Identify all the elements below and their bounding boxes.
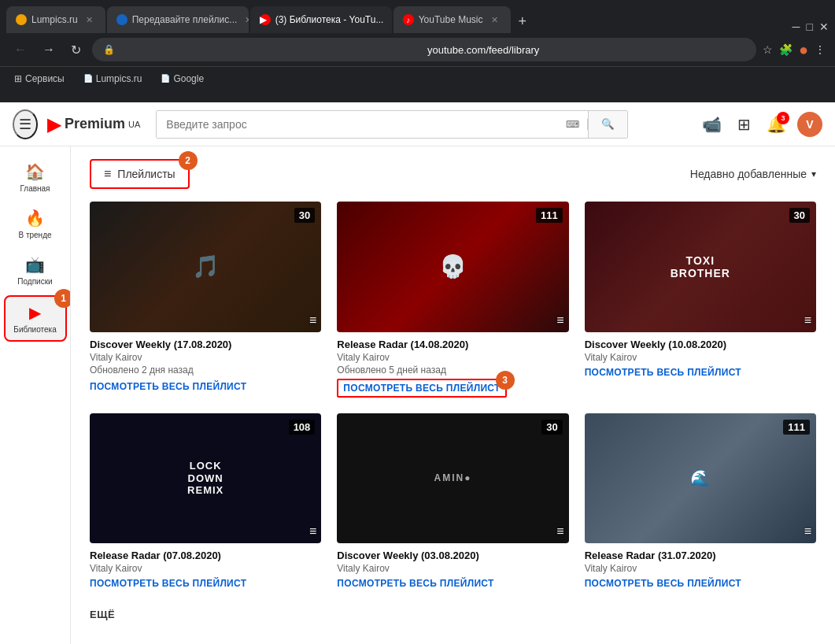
tab-library[interactable]: ▶ (3) Библиотека - YouTu... ✕	[250, 6, 392, 33]
thumb-count-1: 30	[294, 208, 315, 223]
tab-favicon: ♪	[403, 14, 414, 25]
sidebar-label: Подписки	[17, 277, 52, 286]
thumb-count-5: 30	[541, 420, 562, 435]
address-icons: ☆ 🧩 ● ⋮	[763, 41, 826, 59]
playlist-thumbnail-2: 💀 111 ≡	[337, 202, 568, 332]
menu-button[interactable]: ⋮	[815, 43, 826, 56]
playlist-card-4[interactable]: LOCKDOWNREMIX 108 ≡ Release Radar (07.08…	[90, 413, 321, 590]
close-window-button[interactable]: ✕	[819, 20, 829, 33]
sort-label: Недавно добавленные	[690, 168, 807, 180]
search-input[interactable]	[157, 111, 558, 138]
playlist-card-3[interactable]: TOXIBROTHER 30 ≡ Discover Weekly (10.08.…	[585, 202, 816, 398]
playlist-view-link-5[interactable]: ПОСМОТРЕТЬ ВЕСЬ ПЛЕЙЛИСТ	[337, 578, 493, 589]
playlist-card-2[interactable]: 💀 111 ≡ Release Radar (14.08.2020) Vital…	[337, 202, 568, 398]
profile-button[interactable]: ●	[799, 41, 808, 59]
yt-logo-icon: ▶	[47, 113, 61, 135]
playlist-queue-icon-3: ≡	[804, 313, 811, 328]
playlist-author-5: Vitaly Kairov	[337, 563, 568, 574]
thumb-count-3: 30	[789, 208, 810, 223]
playlist-grid: 🎵 30 ≡ Discover Weekly (17.08.2020) Vita…	[90, 202, 816, 590]
playlist-thumbnail-4: LOCKDOWNREMIX 108 ≡	[90, 413, 321, 544]
minimize-button[interactable]: ─	[793, 20, 800, 33]
yt-main: 2 ≡ Плейлисты Недавно добавленные ▾	[71, 146, 835, 644]
playlist-view-link-3[interactable]: ПОСМОТРЕТЬ ВЕСЬ ПЛЕЙЛИСТ	[585, 367, 741, 378]
playlist-thumbnail-6: 🌊 111 ≡	[585, 413, 816, 544]
apps-button[interactable]: ⊞	[733, 110, 756, 139]
playlist-title-3: Discover Weekly (10.08.2020)	[585, 339, 816, 350]
bookmark-google[interactable]: 📄 Google	[156, 72, 209, 86]
playlists-button[interactable]: ≡ Плейлисты	[90, 159, 190, 189]
tab-label: Lumpics.ru	[31, 14, 78, 25]
tab-favicon	[16, 14, 27, 25]
address-bar-row: ← → ↻ 🔒 youtube.com/feed/library ☆ 🧩 ● ⋮	[0, 33, 835, 66]
restore-button[interactable]: □	[807, 20, 813, 33]
tab-favicon	[116, 14, 127, 25]
playlist-queue-icon-1: ≡	[309, 313, 316, 328]
playlist-title-1: Discover Weekly (17.08.2020)	[90, 339, 321, 350]
create-video-button[interactable]: 📹	[697, 110, 726, 139]
extensions-button[interactable]: 🧩	[779, 43, 793, 56]
keyboard-icon[interactable]: ⌨	[558, 119, 588, 130]
tab-close[interactable]: ✕	[242, 13, 248, 27]
forward-button[interactable]: →	[38, 39, 60, 60]
playlist-view-link-6[interactable]: ПОСМОТРЕТЬ ВЕСЬ ПЛЕЙЛИСТ	[585, 578, 741, 589]
playlist-view-link-2[interactable]: ПОСМОТРЕТЬ ВЕСЬ ПЛЕЙЛИСТ	[337, 379, 506, 398]
playlist-view-link-4[interactable]: ПОСМОТРЕТЬ ВЕСЬ ПЛЕЙЛИСТ	[90, 578, 246, 589]
sidebar-item-trending[interactable]: 🔥 В тренде	[4, 202, 67, 246]
list-icon: ≡	[104, 167, 111, 181]
filter-bar: 2 ≡ Плейлисты Недавно добавленные ▾	[90, 159, 816, 189]
tab-close[interactable]: ✕	[388, 13, 391, 27]
bookmarks-bar: ⊞ Сервисы 📄 Lumpics.ru 📄 Google	[0, 66, 835, 90]
tab-ytmusic[interactable]: ♪ YouTube Music ✕	[393, 6, 511, 33]
search-box[interactable]: ⌨ 🔍	[156, 110, 628, 139]
hamburger-menu[interactable]: ☰	[13, 109, 38, 139]
playlist-card-1[interactable]: 🎵 30 ≡ Discover Weekly (17.08.2020) Vita…	[90, 202, 321, 398]
user-avatar[interactable]: V	[797, 112, 822, 137]
bookmark-label: Google	[173, 73, 204, 84]
tab-label: Передавайте плейлис...	[132, 14, 238, 25]
playlist-updated-1: Обновлено 2 дня назад	[90, 365, 321, 376]
sidebar-item-subscriptions[interactable]: 📺 Подписки	[4, 249, 67, 292]
playlist-queue-icon-6: ≡	[804, 524, 811, 539]
refresh-button[interactable]: ↻	[66, 39, 86, 61]
playlist-updated-2: Обновлено 5 дней назад	[337, 365, 568, 376]
sort-button[interactable]: Недавно добавленные ▾	[690, 168, 816, 180]
bookmark-services[interactable]: ⊞ Сервисы	[9, 72, 69, 86]
annotation-3: 3	[496, 371, 515, 390]
playlist-card-6[interactable]: 🌊 111 ≡ Release Radar (31.07.2020) Vital…	[585, 413, 816, 590]
trending-icon: 🔥	[25, 209, 45, 228]
back-button[interactable]: ←	[9, 39, 31, 60]
subscriptions-icon: 📺	[25, 255, 45, 274]
browser-chrome: Lumpics.ru ✕ Передавайте плейлис... ✕ ▶ …	[0, 0, 835, 102]
new-tab-button[interactable]: +	[512, 10, 534, 33]
address-bar[interactable]: 🔒 youtube.com/feed/library	[92, 38, 756, 61]
playlist-view-link-1[interactable]: ПОСМОТРЕТЬ ВЕСЬ ПЛЕЙЛИСТ	[90, 381, 246, 392]
yt-logo[interactable]: ▶ Premium UA	[47, 113, 140, 135]
playlist-author-6: Vitaly Kairov	[585, 563, 816, 574]
tab-close[interactable]: ✕	[83, 13, 96, 27]
yt-logo-badge: UA	[128, 120, 140, 129]
thumb-count-2: 111	[536, 208, 563, 223]
thumb-count-4: 108	[289, 420, 316, 435]
bookmark-lumpics[interactable]: 📄 Lumpics.ru	[79, 72, 147, 86]
bookmark-star[interactable]: ☆	[763, 43, 773, 56]
yt-sidebar: 🏠 Главная 🔥 В тренде 📺 Подписки 1 ▶ Библ…	[0, 146, 71, 644]
sidebar-label: Главная	[20, 184, 50, 193]
sidebar-item-home[interactable]: 🏠 Главная	[4, 156, 67, 199]
tab-peredavajte[interactable]: Передавайте плейлис... ✕	[107, 6, 249, 33]
playlist-title-2: Release Radar (14.08.2020)	[337, 339, 568, 350]
tab-lumpics[interactable]: Lumpics.ru ✕	[6, 6, 105, 33]
sidebar-item-library[interactable]: 1 ▶ Библиотека	[4, 295, 67, 342]
header-right: 📹 ⊞ 🔔 3 V	[697, 110, 822, 139]
yt-logo-text: Premium	[65, 116, 125, 132]
notifications-button[interactable]: 🔔 3	[762, 110, 791, 139]
playlist-thumbnail-1: 🎵 30 ≡	[90, 202, 321, 332]
notification-badge: 3	[777, 112, 789, 124]
yt-header: ☰ ▶ Premium UA ⌨ 🔍 📹 ⊞ 🔔 3 V	[0, 102, 835, 146]
playlist-author-3: Vitaly Kairov	[585, 352, 816, 363]
tab-bar: Lumpics.ru ✕ Передавайте плейлис... ✕ ▶ …	[0, 0, 835, 33]
playlist-card-5[interactable]: AMIN● 30 ≡ Discover Weekly (03.08.2020) …	[337, 413, 568, 590]
tab-close[interactable]: ✕	[488, 13, 501, 27]
search-button[interactable]: 🔍	[588, 111, 627, 138]
see-more-button[interactable]: ЕЩЁ	[90, 605, 816, 624]
